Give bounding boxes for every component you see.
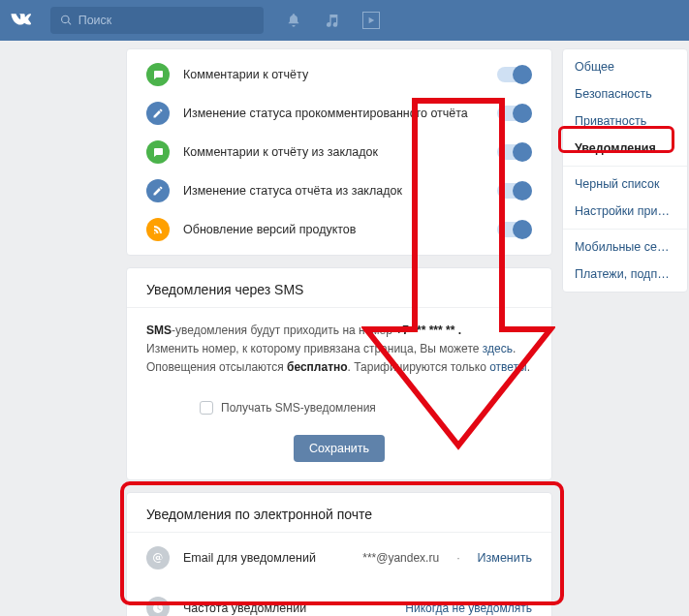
pencil-icon [146, 102, 170, 125]
toggle[interactable] [497, 183, 532, 199]
at-icon [146, 546, 170, 570]
notif-row: Изменение статуса прокомментированного о… [127, 94, 551, 133]
sidebar-item[interactable]: Уведомления [563, 135, 687, 162]
email-row-frequency[interactable]: Частота уведомлений Никогда не уведомлят… [127, 583, 551, 616]
clock-icon [146, 597, 170, 616]
change-number-link[interactable]: здесь [483, 342, 513, 355]
sms-title: Уведомления через SMS [127, 268, 551, 308]
notif-label: Обновление версий продуктов [183, 223, 484, 236]
sidebar-item[interactable]: Общее [563, 53, 687, 80]
music-icon[interactable] [324, 12, 341, 29]
toggle[interactable] [497, 67, 532, 82]
app-header [0, 0, 689, 41]
answers-link[interactable]: ответы [489, 360, 527, 374]
notif-label: Комментарии к отчёту [183, 68, 484, 81]
sms-body: SMS-уведомления будут приходить на номер… [127, 308, 551, 479]
toggle[interactable] [497, 144, 532, 160]
search-icon [60, 14, 73, 27]
search-box[interactable] [50, 7, 264, 34]
notification-toggles-card: Комментарии к отчётуИзменение статуса пр… [126, 48, 552, 256]
sidebar-item[interactable]: Настройки приложений [563, 198, 687, 225]
notif-row: Обновление версий продуктов [127, 210, 551, 249]
email-title: Уведомления по электронной почте [127, 493, 551, 533]
toggle[interactable] [497, 106, 532, 121]
email-card: Уведомления по электронной почте Email д… [126, 492, 552, 616]
notif-row: Комментарии к отчёту из закладок [127, 133, 551, 171]
comment-icon [146, 63, 170, 86]
sidebar-separator [563, 229, 687, 230]
search-input[interactable] [78, 14, 254, 27]
sidebar-item[interactable]: Приватность [563, 108, 687, 135]
save-button[interactable]: Сохранить [294, 435, 385, 462]
rss-icon [146, 218, 170, 241]
sms-card: Уведомления через SMS SMS-уведомления бу… [126, 267, 552, 480]
frequency-value: Никогда не уведомлять [405, 601, 532, 615]
email-label: Email для уведомлений [183, 551, 349, 565]
email-row-address: Email для уведомлений ***@yandex.ru · Из… [127, 533, 551, 583]
sms-bold-prefix: SMS [146, 323, 172, 337]
comment-icon [146, 140, 170, 164]
settings-sidebar: ОбщееБезопасностьПриватностьУведомленияЧ… [562, 48, 688, 293]
sidebar-item[interactable]: Безопасность [563, 80, 687, 108]
notif-label: Изменение статуса отчёта из закладок [183, 184, 484, 198]
notif-label: Комментарии к отчёту из закладок [183, 145, 484, 159]
bell-icon[interactable] [285, 12, 302, 29]
sidebar-item[interactable]: Платежи, подписки, переводы [563, 261, 687, 288]
sms-checkbox[interactable] [200, 401, 213, 415]
sidebar-item[interactable]: Мобильные сервисы [563, 233, 687, 261]
sms-checkbox-label: Получать SMS-уведомления [221, 399, 376, 417]
vk-logo[interactable] [10, 13, 37, 28]
sidebar-item[interactable]: Черный список [563, 170, 687, 198]
frequency-label: Частота уведомлений [183, 601, 391, 615]
header-icons [285, 12, 380, 29]
play-icon[interactable] [362, 12, 380, 29]
pencil-icon [146, 179, 170, 202]
toggle[interactable] [497, 222, 532, 237]
notif-label: Изменение статуса прокомментированного о… [183, 107, 484, 120]
notif-row: Комментарии к отчёту [127, 55, 551, 94]
sidebar-separator [563, 166, 687, 167]
notif-row: Изменение статуса отчёта из закладок [127, 171, 551, 210]
change-email-link[interactable]: Изменить [478, 551, 532, 565]
